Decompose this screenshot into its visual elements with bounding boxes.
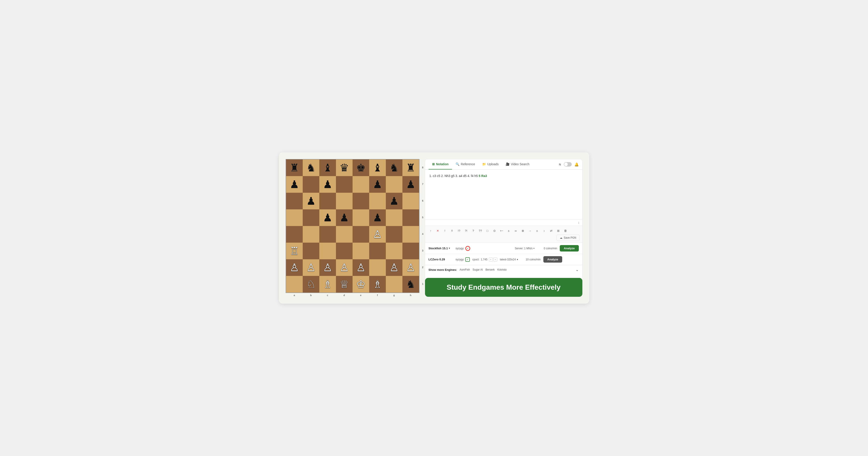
save-pgn-button[interactable]: ☁ Save PGN: [556, 235, 580, 241]
toolbar-exclaim-btn[interactable]: !: [442, 228, 448, 234]
tab-uploads[interactable]: 📁 Uploads: [479, 159, 502, 169]
engine-pill-berserk[interactable]: Berserk: [486, 268, 495, 271]
cell-f4[interactable]: ♙: [369, 226, 386, 243]
toolbar-square-btn[interactable]: □: [485, 228, 491, 234]
cell-a7[interactable]: ♟: [286, 176, 303, 193]
cell-b7[interactable]: [303, 176, 319, 193]
cell-f5[interactable]: ♟: [369, 209, 386, 226]
toolbar-q-exclaim-btn[interactable]: ?!: [463, 228, 469, 234]
cta-banner[interactable]: Study Endgames More Effectively: [425, 278, 582, 297]
lczero-syzygy-checkbox[interactable]: ✓: [465, 257, 470, 262]
toolbar-circle-btn[interactable]: ⊙: [492, 228, 498, 234]
cell-b2[interactable]: ♙: [303, 259, 319, 276]
engine-pill-sugar[interactable]: Sugar AI: [473, 268, 483, 271]
cell-h8[interactable]: ♜: [402, 160, 419, 176]
stockfish-dropdown-arrow[interactable]: ▾: [449, 247, 450, 250]
cell-c6[interactable]: [319, 193, 336, 209]
cell-d3[interactable]: [336, 243, 352, 259]
cell-b8[interactable]: ♞: [303, 160, 319, 176]
toolbar-double-q-btn[interactable]: ??: [477, 228, 484, 234]
cell-f3[interactable]: [369, 243, 386, 259]
cell-a3[interactable]: ♖: [286, 243, 303, 259]
bell-icon[interactable]: 🔔: [575, 162, 579, 167]
cell-c1[interactable]: ♗: [319, 276, 336, 292]
cell-e7[interactable]: [352, 176, 369, 193]
cell-g8[interactable]: ♞: [386, 160, 402, 176]
cell-e5[interactable]: [352, 209, 369, 226]
cell-h3[interactable]: [402, 243, 419, 259]
cell-d7[interactable]: [336, 176, 352, 193]
engine-pill-asmfish[interactable]: AsmFish: [460, 268, 470, 271]
stockfish-syzygy-checkbox[interactable]: ✓: [465, 246, 470, 251]
cell-a4[interactable]: [286, 226, 303, 243]
cell-a2[interactable]: ♙: [286, 259, 303, 276]
cell-f2[interactable]: [369, 259, 386, 276]
toolbar-double-exclaim-btn[interactable]: !!: [449, 228, 455, 234]
toolbar-grid-btn[interactable]: ⊞: [555, 228, 561, 234]
toolbar-prev-btn[interactable]: ↑: [428, 228, 434, 234]
lczero-analyze-button[interactable]: Analyze: [544, 256, 562, 263]
stockfish-server-arrow[interactable]: ▾: [533, 247, 534, 250]
lczero-cpuct-decrease[interactable]: ‹: [489, 257, 493, 261]
cell-e4[interactable]: [352, 226, 369, 243]
cell-e8[interactable]: ♚: [352, 160, 369, 176]
toolbar-updown-btn[interactable]: ↕: [541, 228, 547, 234]
cell-c5[interactable]: ♟: [319, 209, 336, 226]
cell-c3[interactable]: [319, 243, 336, 259]
cell-c8[interactable]: ♝: [319, 160, 336, 176]
cell-c2[interactable]: ♙: [319, 259, 336, 276]
toolbar-arrow-btn[interactable]: →: [527, 228, 533, 234]
cell-e6[interactable]: [352, 193, 369, 209]
cell-b3[interactable]: [303, 243, 319, 259]
cell-g3[interactable]: [386, 243, 402, 259]
cell-d6[interactable]: [336, 193, 352, 209]
cell-f6[interactable]: [369, 193, 386, 209]
toolbar-pm-btn[interactable]: +−: [499, 228, 505, 234]
lczero-model-arrow[interactable]: ▾: [517, 258, 518, 261]
tab-notation[interactable]: ⊞ Notation: [429, 159, 452, 169]
cell-d1[interactable]: ♕: [336, 276, 352, 292]
cell-f8[interactable]: ♝: [369, 160, 386, 176]
cell-c7[interactable]: ♟: [319, 176, 336, 193]
resize-handle[interactable]: ↕: [425, 220, 582, 226]
cell-b1[interactable]: ♘: [303, 276, 319, 292]
cell-d5[interactable]: ♟: [336, 209, 352, 226]
cell-g6[interactable]: ♟: [386, 193, 402, 209]
cell-h1[interactable]: ♞: [402, 276, 419, 292]
more-engines-expand-icon[interactable]: ⌄: [576, 267, 579, 272]
cell-g5[interactable]: [386, 209, 402, 226]
cell-g1[interactable]: [386, 276, 402, 292]
toolbar-inf-btn[interactable]: ∞: [513, 228, 519, 234]
tab-video-search[interactable]: 🎥 Video Search: [502, 159, 533, 169]
cell-h4[interactable]: [402, 226, 419, 243]
tab-reference[interactable]: 🔍 Reference: [452, 159, 479, 169]
cell-d4[interactable]: [336, 226, 352, 243]
toolbar-exclaim-q-btn[interactable]: !?: [456, 228, 462, 234]
cell-f7[interactable]: ♟: [369, 176, 386, 193]
cell-e1[interactable]: ♔: [352, 276, 369, 292]
cell-h6[interactable]: [402, 193, 419, 209]
cell-b4[interactable]: [303, 226, 319, 243]
toolbar-q-btn[interactable]: ?: [470, 228, 476, 234]
cell-f1[interactable]: ♗: [369, 276, 386, 292]
cell-b6[interactable]: ♟: [303, 193, 319, 209]
cell-h7[interactable]: ♟: [402, 176, 419, 193]
cell-c4[interactable]: [319, 226, 336, 243]
stockfish-analyze-button[interactable]: Analyze: [560, 245, 579, 252]
cell-g4[interactable]: [386, 226, 402, 243]
toolbar-swap-btn[interactable]: ⇄: [548, 228, 554, 234]
cell-d8[interactable]: ♛: [336, 160, 352, 176]
lczero-cpuct-increase[interactable]: ›: [493, 257, 497, 261]
cell-h5[interactable]: [402, 209, 419, 226]
cell-e2[interactable]: ♙: [352, 259, 369, 276]
toggle-switch[interactable]: [564, 162, 572, 167]
cell-a8[interactable]: ♜: [286, 160, 303, 176]
cell-g7[interactable]: [386, 176, 402, 193]
toolbar-plus-btn[interactable]: ±: [506, 228, 512, 234]
cell-d2[interactable]: ♙: [336, 259, 352, 276]
toolbar-trash-btn[interactable]: 🗑: [562, 228, 569, 234]
toolbar-delete-btn[interactable]: ✕: [435, 228, 441, 234]
cell-a1[interactable]: [286, 276, 303, 292]
cell-g2[interactable]: ♙: [386, 259, 402, 276]
cell-h2[interactable]: ♙: [402, 259, 419, 276]
